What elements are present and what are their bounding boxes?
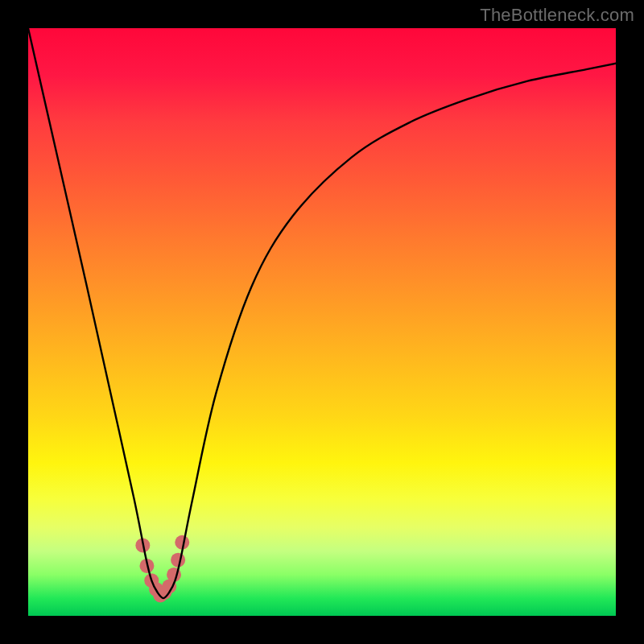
highlight-dot [171, 553, 185, 568]
bottleneck-curve [28, 28, 616, 598]
plot-area [28, 28, 616, 616]
chart-frame: TheBottleneck.com [0, 0, 644, 644]
curve-layer [28, 28, 616, 616]
watermark-text: TheBottleneck.com [480, 5, 634, 26]
